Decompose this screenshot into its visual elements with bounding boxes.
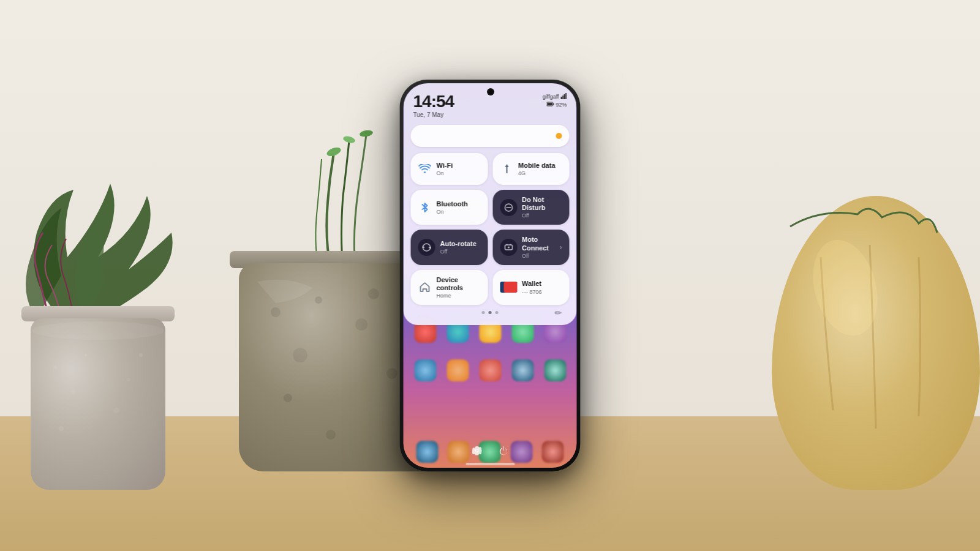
svg-point-11 [359,129,373,138]
mobile-data-text: Mobile data 4G [518,162,562,176]
wifi-title: Wi-Fi [437,162,481,170]
svg-point-4 [85,354,87,356]
battery-percent: 92% [556,102,567,108]
device-controls-text: Device controls Home [437,276,481,299]
carrier-info: giffgaff [543,93,567,100]
svg-point-20 [368,288,379,299]
svg-point-8 [139,353,143,357]
auto-rotate-tile[interactable]: Auto-rotate Off [411,230,488,264]
app-icon[interactable] [511,359,533,381]
phone-body: 14:54 Tue, 7 May giffgaff [400,80,581,471]
bluetooth-text: Bluetooth On [437,200,481,215]
plant-right [760,135,980,490]
svg-point-7 [59,426,64,431]
edit-icon[interactable]: ✏ [555,308,562,318]
battery-info: 92% [546,102,567,108]
app-grid [404,316,577,438]
svg-point-12 [271,307,281,317]
front-camera [486,88,494,96]
moto-connect-subtitle: Off [522,253,555,259]
power-icon[interactable] [497,444,510,457]
wallet-subtitle: ···· 8706 [522,289,562,295]
home-indicator[interactable] [466,463,514,465]
wifi-text: Wi-Fi On [437,162,481,176]
bluetooth-subtitle: On [437,209,481,215]
svg-point-13 [293,348,307,362]
device-controls-tile[interactable]: Device controls Home [411,270,488,305]
wifi-tile[interactable]: Wi-Fi On [411,153,488,185]
qs-time: 14:54 [413,93,454,110]
wallet-card-icon [500,282,517,293]
device-controls-icon [418,280,432,294]
settings-icon[interactable] [470,444,483,457]
gourd-shape [772,196,980,490]
qs-date: Tue, 7 May [413,111,454,118]
svg-rect-29 [553,103,554,105]
bluetooth-tile[interactable]: Bluetooth On [411,190,488,225]
page-dot-3 [496,311,499,314]
svg-point-1 [32,321,164,340]
svg-point-5 [127,378,130,381]
moto-connect-chevron: › [560,243,562,252]
wallet-card-red [503,282,517,293]
moto-connect-tile[interactable]: Moto Connect Off › [492,230,570,264]
app-icon[interactable] [544,359,566,381]
wallet-title: Wallet [522,280,562,288]
app-icon[interactable] [414,359,436,381]
moto-connect-icon [500,239,517,256]
dnd-tile[interactable]: Do Not Disturb Off [492,190,570,225]
svg-point-3 [71,389,76,394]
dnd-subtitle: Off [522,212,562,219]
svg-point-33 [508,247,510,249]
auto-rotate-icon [418,239,435,256]
device-controls-title: Device controls [437,276,481,292]
dnd-title: Do Not Disturb [522,196,562,212]
app-icon[interactable] [479,359,501,381]
auto-rotate-title: Auto-rotate [440,240,481,248]
mobile-data-title: Mobile data [518,162,562,170]
pot-left-body [31,318,165,490]
google-icon [556,133,562,139]
mobile-data-tile[interactable]: Mobile data 4G [492,153,570,185]
svg-rect-26 [565,93,567,99]
svg-rect-23 [561,97,562,99]
svg-point-19 [315,296,322,304]
svg-rect-28 [547,103,552,105]
auto-rotate-text: Auto-rotate Off [440,240,481,255]
auto-rotate-subtitle: Off [440,249,481,255]
qs-status-icons: giffgaff [543,93,567,108]
wallet-text: Wallet ···· 8706 [522,280,562,294]
svg-point-16 [386,368,398,379]
device-controls-subtitle: Home [437,293,481,299]
svg-point-6 [113,407,119,413]
svg-point-15 [355,318,368,331]
plant-left [12,184,196,490]
app-icon[interactable] [447,359,469,381]
moto-connect-title: Moto Connect [522,236,555,252]
page-indicators [482,311,499,314]
svg-point-2 [53,365,57,369]
wallet-tile[interactable]: Wallet ···· 8706 [492,270,570,305]
wifi-subtitle: On [437,170,481,176]
svg-rect-25 [564,94,565,99]
bluetooth-icon [418,201,432,214]
quick-settings-panel: 14:54 Tue, 7 May giffgaff [404,83,577,325]
search-bar[interactable] [411,125,570,147]
svg-point-22 [803,233,888,343]
page-dot-2 [489,311,492,314]
svg-rect-24 [562,96,564,99]
wifi-icon [418,162,432,176]
svg-point-14 [284,394,292,402]
bluetooth-title: Bluetooth [437,200,481,208]
page-dot-1 [482,311,485,314]
quick-tiles-grid: Wi-Fi On [411,153,570,305]
svg-point-18 [326,430,336,440]
moto-connect-text: Moto Connect Off [522,236,555,258]
dnd-text: Do Not Disturb Off [522,196,562,219]
dnd-icon-circle [500,199,517,216]
phone-screen: 14:54 Tue, 7 May giffgaff [404,83,577,468]
mobile-data-subtitle: 4G [518,170,562,176]
scene: 14:54 Tue, 7 May giffgaff [0,0,980,551]
phone: 14:54 Tue, 7 May giffgaff [400,80,581,471]
mobile-data-icon [500,162,513,176]
